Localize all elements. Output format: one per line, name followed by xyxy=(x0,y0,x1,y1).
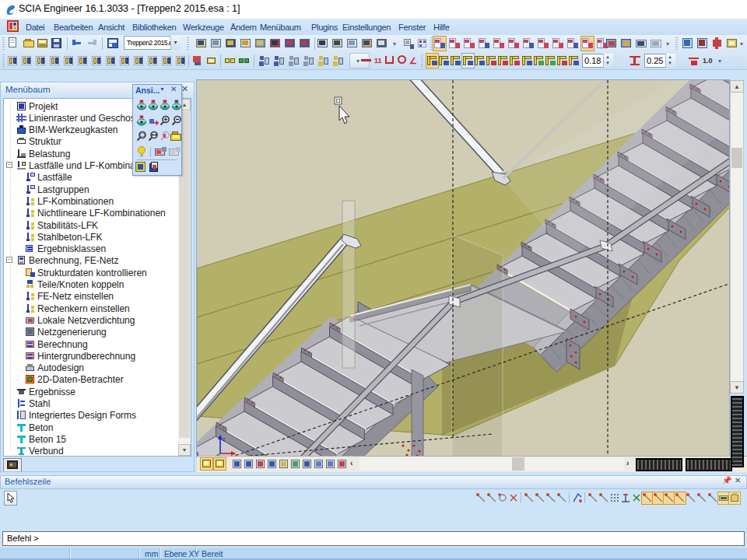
svg-text:z: z xyxy=(223,436,226,442)
